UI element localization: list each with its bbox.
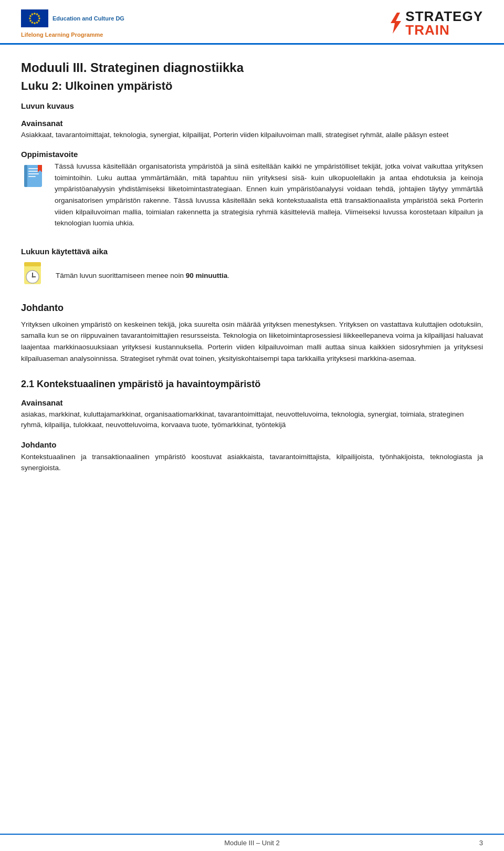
lukuun-section: Lukuun käytettävä aika Tämän luvun suori… (21, 247, 483, 290)
svg-rect-19 (28, 176, 36, 177)
oppimistavoite-section: Tässä luvussa käsitellään organisatorist… (21, 161, 483, 234)
svg-point-26 (32, 276, 34, 277)
page-footer: Module III – Unit 2 3 (0, 834, 504, 851)
oppimistavoite-label: Oppimistavoite (21, 150, 483, 159)
book-icon-container (21, 163, 46, 192)
footer-text: Module III – Unit 2 (224, 839, 280, 847)
page-header: Education and Culture DG Lifelong Learni… (0, 0, 504, 45)
book-icon (21, 163, 46, 190)
section-21-avainsanat-text: asiakas, markkinat, kuluttajamarkkinat, … (21, 409, 483, 431)
svg-rect-17 (28, 171, 39, 172)
avainsanat-text: Asiakkaat, tavarantoimittajat, teknologi… (21, 130, 483, 140)
johdanto-text1: Yrityksen ulkoinen ympäristö on keskeine… (21, 319, 483, 364)
section-21-johdanto-text: Kontekstuaalinen ja transaktionaalinen y… (21, 451, 483, 474)
clock-icon-container (21, 261, 46, 290)
section-21-johdanto-label: Johdanto (21, 440, 483, 449)
avainsanat-label: Avainsanat (21, 119, 483, 128)
eu-flag-icon (21, 9, 48, 27)
svg-rect-18 (28, 173, 39, 174)
section-21-title: 2.1 Kontekstuaalinen ympäristö ja havain… (21, 379, 483, 390)
lukuun-title: Lukuun käytettävä aika (21, 247, 483, 256)
module-title: Moduuli III. Strateginen diagnostiikka (21, 60, 483, 75)
chapter-title: Luku 2: Ulkoinen ympäristö (21, 79, 483, 93)
clock-icon (21, 261, 47, 288)
svg-marker-13 (391, 13, 401, 34)
oppimistavoite-text: Tässä luvussa käsitellään organisatorist… (55, 161, 483, 229)
strategy-train-logo: STRATEGY TRAIN (386, 9, 483, 37)
lukuun-inner: Tämän luvun suorittamiseen menee noin 90… (21, 261, 483, 290)
svg-rect-15 (24, 165, 27, 187)
lukuun-text: Tämän luvun suorittamiseen menee noin 90… (56, 270, 229, 282)
eu-text-logo: Education and Culture DG (52, 15, 124, 22)
train-label: TRAIN (405, 22, 449, 38)
eu-logo-area: Education and Culture DG (21, 9, 124, 27)
section-21-avainsanat-label: Avainsanat (21, 398, 483, 407)
main-content: Moduuli III. Strateginen diagnostiikka L… (0, 45, 504, 521)
johdanto-title: Johdanto (21, 303, 483, 314)
footer-page: 3 (479, 839, 483, 847)
svg-rect-22 (24, 262, 41, 266)
header-left-logos: Education and Culture DG Lifelong Learni… (21, 9, 124, 38)
svg-rect-16 (28, 168, 39, 169)
strategy-train-icon (386, 13, 403, 34)
oppimistavoite-content: Tässä luvussa käsitellään organisatorist… (55, 161, 483, 234)
lifelong-text: Lifelong Learning Programme (21, 32, 124, 38)
luvun-kuvaus-label: Luvun kuvaus (21, 101, 483, 110)
